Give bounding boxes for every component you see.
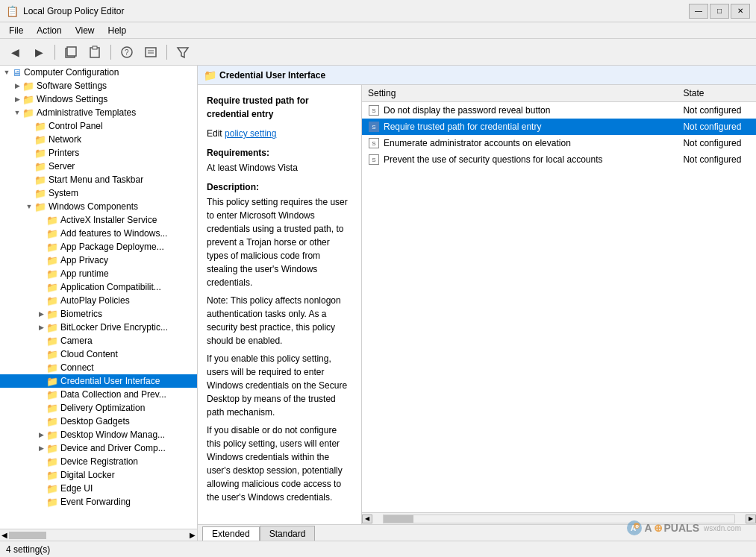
svg-marker-9 <box>178 48 188 57</box>
folder-icon: 📁 <box>34 161 46 172</box>
forward-button[interactable]: ▶ <box>28 43 49 62</box>
table-row[interactable]: S Require trusted path for credential en… <box>362 119 756 135</box>
toolbar-separator-3 <box>166 45 167 60</box>
tree-label: Windows Settings <box>37 94 107 104</box>
sidebar-item-start-menu[interactable]: ▶ 📁 Start Menu and Taskbar <box>0 173 197 186</box>
sidebar-item-delivery-opt[interactable]: ▶ 📁 Delivery Optimization <box>0 401 197 415</box>
expander: ▶ <box>36 322 46 333</box>
toolbar-separator-2 <box>110 45 111 60</box>
tab-standard[interactable]: Standard <box>260 526 316 541</box>
sidebar-item-digital-locker[interactable]: ▶ 📁 Digital Locker <box>0 468 197 482</box>
expander: ▼ <box>24 201 34 212</box>
sidebar-item-camera[interactable]: ▶ 📁 Camera <box>0 334 197 347</box>
table-row[interactable]: S Do not display the password reveal but… <box>362 102 756 119</box>
sidebar-item-add-features[interactable]: ▶ 📁 Add features to Windows... <box>0 227 197 240</box>
requirements-label: Requirements: <box>207 146 352 160</box>
svg-rect-6 <box>146 48 156 57</box>
sidebar-item-admin-templates[interactable]: ▼ 📁 Administrative Templates <box>0 106 197 119</box>
tree-label: System <box>49 188 78 198</box>
sidebar-item-device-driver[interactable]: ▶ 📁 Device and Driver Comp... <box>0 441 197 455</box>
tree-label: Windows Components <box>49 201 138 212</box>
sidebar-item-device-reg[interactable]: ▶ 📁 Device Registration <box>0 455 197 468</box>
sidebar-item-connect[interactable]: ▶ 📁 Connect <box>0 361 197 374</box>
tab-extended[interactable]: Extended <box>202 526 260 541</box>
menu-file[interactable]: File <box>3 24 29 37</box>
sidebar-item-autoplay[interactable]: ▶ 📁 AutoPlay Policies <box>0 294 197 307</box>
expander: ▶ <box>36 443 46 453</box>
folder-icon: 📁 <box>46 376 58 387</box>
help-button[interactable]: ? <box>116 43 137 62</box>
maximize-button[interactable]: □ <box>710 4 729 19</box>
sidebar-item-app-package[interactable]: ▶ 📁 App Package Deployme... <box>0 240 197 254</box>
tree-scroll-left[interactable]: ◀ <box>1 531 7 539</box>
folder-icon: 📁 <box>34 148 46 159</box>
toolbar-btn-1[interactable] <box>60 43 81 62</box>
col-state: State <box>677 85 756 102</box>
sidebar-item-windows-settings[interactable]: ▶ 📁 Windows Settings <box>0 92 197 106</box>
scroll-left-arrow[interactable]: ◀ <box>362 514 372 523</box>
minimize-button[interactable]: — <box>689 4 708 19</box>
sidebar-item-windows-components[interactable]: ▼ 📁 Windows Components <box>0 200 197 213</box>
sidebar-item-desktop-window[interactable]: ▶ 📁 Desktop Window Manag... <box>0 428 197 441</box>
split-view: Require trusted path for credential entr… <box>198 85 756 524</box>
menu-action[interactable]: Action <box>31 24 67 37</box>
sidebar-item-biometrics[interactable]: ▶ 📁 Biometrics <box>0 307 197 321</box>
sidebar-item-printers[interactable]: ▶ 📁 Printers <box>0 146 197 160</box>
menu-view[interactable]: View <box>69 24 101 37</box>
sidebar-item-software-settings[interactable]: ▶ 📁 Software Settings <box>0 79 197 92</box>
window-controls: — □ ✕ <box>689 4 750 19</box>
status-bar: 4 setting(s) <box>0 541 756 557</box>
copy-icon <box>64 45 78 59</box>
tree-label: Cloud Content <box>60 349 118 359</box>
sidebar-item-event-forwarding[interactable]: ▶ 📁 Event Forwarding <box>0 495 197 509</box>
tree-scroll[interactable]: ▼ 🖥 Computer Configuration ▶ 📁 Software … <box>0 66 197 529</box>
sidebar-item-bitlocker[interactable]: ▶ 📁 BitLocker Drive Encryptic... <box>0 321 197 334</box>
sidebar-item-control-panel[interactable]: ▶ 📁 Control Panel <box>0 119 197 133</box>
tree-scrollbar-bottom: ◀ ▶ <box>0 529 197 541</box>
sidebar-item-app-runtime[interactable]: ▶ 📁 App runtime <box>0 267 197 280</box>
toolbar-btn-2[interactable] <box>84 43 105 62</box>
tree-root-label: Computer Configuration <box>24 67 119 78</box>
tree-label: Event Forwarding <box>60 497 131 507</box>
setting-state: Not configured <box>677 151 756 168</box>
sidebar-item-app-privacy[interactable]: ▶ 📁 App Privacy <box>0 254 197 267</box>
tree-label: Device Registration <box>60 456 138 467</box>
settings-table-scroll[interactable]: Setting State <box>362 85 756 512</box>
filter-button[interactable] <box>172 43 193 62</box>
tree-label: Camera <box>60 336 93 346</box>
folder-icon: 📁 <box>46 470 58 481</box>
desc-policy-link[interactable]: policy setting <box>225 128 276 139</box>
svg-rect-3 <box>93 46 97 49</box>
setting-cell: S Prevent the use of security questions … <box>368 154 671 166</box>
sidebar-item-network[interactable]: ▶ 📁 Network <box>0 133 197 146</box>
export-icon <box>144 45 157 59</box>
close-button[interactable]: ✕ <box>731 4 750 19</box>
sidebar-item-credential-ui[interactable]: ▶ 📁 Credential User Interface <box>0 374 197 388</box>
folder-icon: 📁 <box>46 215 58 226</box>
scroll-right-arrow[interactable]: ▶ <box>746 514 756 523</box>
table-row[interactable]: S Enumerate administrator accounts on el… <box>362 135 756 151</box>
sidebar-item-server[interactable]: ▶ 📁 Server <box>0 160 197 173</box>
sidebar-item-app-compat[interactable]: ▶ 📁 Application Compatibilit... <box>0 280 197 294</box>
expander: ▶ <box>12 81 22 91</box>
folder-icon: 📁 <box>34 188 46 199</box>
sidebar-item-data-collection[interactable]: ▶ 📁 Data Collection and Prev... <box>0 388 197 401</box>
sidebar-item-activex[interactable]: ▶ 📁 ActiveX Installer Service <box>0 213 197 227</box>
menu-bar: File Action View Help <box>0 22 756 39</box>
watermark: A ⊕ A ⊕ PUALS wsxdn.com <box>626 520 741 536</box>
setting-cell: S Require trusted path for credential en… <box>368 121 671 133</box>
tree-root[interactable]: ▼ 🖥 Computer Configuration <box>0 66 197 79</box>
tree-label: Device and Driver Comp... <box>60 443 166 453</box>
tree-scroll-right[interactable]: ▶ <box>190 531 196 539</box>
folder-icon: 📁 <box>22 107 34 119</box>
setting-icon-inner: S <box>369 154 379 165</box>
export-button[interactable] <box>140 43 161 62</box>
menu-help[interactable]: Help <box>102 24 133 37</box>
sidebar-item-system[interactable]: ▶ 📁 System <box>0 186 197 200</box>
table-row[interactable]: S Prevent the use of security questions … <box>362 151 756 168</box>
sidebar-item-cloud-content[interactable]: ▶ 📁 Cloud Content <box>0 347 197 361</box>
sidebar-item-desktop-gadgets[interactable]: ▶ 📁 Desktop Gadgets <box>0 415 197 428</box>
sidebar-item-edge-ui[interactable]: ▶ 📁 Edge UI <box>0 482 197 495</box>
folder-icon: 📁 <box>46 336 58 347</box>
back-button[interactable]: ◀ <box>4 43 25 62</box>
